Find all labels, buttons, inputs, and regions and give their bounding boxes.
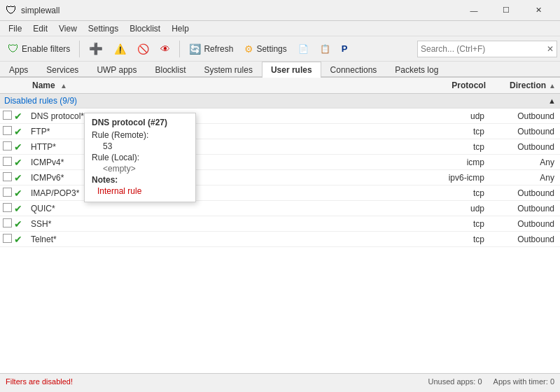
table-header: Name ▲ Protocol Direction ▲ xyxy=(0,78,560,94)
row-direction-8: Outbound xyxy=(490,234,560,244)
settings-button[interactable]: ⚙ Settings xyxy=(239,39,291,59)
row-status-icon-2: ✔ xyxy=(14,141,28,153)
row-checkbox-6[interactable] xyxy=(0,203,14,214)
tooltip-popup: DNS protocol (#27) Rule (Remote): 53 Rul… xyxy=(84,113,196,202)
status-bar: Filters are disabled! Unused apps: 0 App… xyxy=(0,373,560,388)
row-status-icon-0: ✔ xyxy=(14,111,28,122)
main-content: Name ▲ Protocol Direction ▲ Disabled rul… xyxy=(0,78,560,373)
minimize-button[interactable]: — xyxy=(458,0,490,21)
row-checkbox-2[interactable] xyxy=(0,141,14,153)
search-box[interactable]: ✕ xyxy=(417,41,557,57)
enable-filters-button[interactable]: 🛡 Enable filters xyxy=(3,39,75,59)
tooltip-rule-local-value: <empty> xyxy=(103,164,136,174)
paypal-button[interactable]: P xyxy=(337,39,353,59)
tooltip-notes-value: Internal rule xyxy=(97,186,141,196)
tab-system-rules[interactable]: System rules xyxy=(195,62,262,78)
paste-button[interactable]: 📋 xyxy=(315,39,335,59)
row-protocol-7: tcp xyxy=(427,219,490,229)
tab-services[interactable]: Services xyxy=(37,62,88,78)
table-container: Name ▲ Protocol Direction ▲ Disabled rul… xyxy=(0,78,560,373)
sort-arrow-direction: ▲ xyxy=(549,82,556,90)
row-status-icon-8: ✔ xyxy=(14,234,28,245)
col-direction-header[interactable]: Direction ▲ xyxy=(490,78,560,93)
search-clear-icon[interactable]: ✕ xyxy=(547,44,554,54)
row-direction-2: Outbound xyxy=(490,142,560,152)
row-checkbox-8[interactable] xyxy=(0,234,14,245)
add-rule-button[interactable]: ➕ xyxy=(84,39,108,59)
refresh-label: Refresh xyxy=(204,44,233,54)
row-checkbox-3[interactable] xyxy=(0,157,14,168)
row-checkbox-0[interactable] xyxy=(0,111,14,122)
row-direction-5: Outbound xyxy=(490,188,560,198)
tab-bar: Apps Services UWP apps Blocklist System … xyxy=(0,62,560,78)
tab-blocklist[interactable]: Blocklist xyxy=(146,62,195,78)
separator-1 xyxy=(79,41,80,57)
tooltip-rule-local: Rule (Local): xyxy=(92,153,188,162)
row-status-icon-3: ✔ xyxy=(14,157,28,168)
tooltip-title: DNS protocol (#27) xyxy=(92,118,188,127)
tab-user-rules[interactable]: User rules xyxy=(262,62,321,78)
copy-button[interactable]: 📄 xyxy=(293,39,314,59)
paste-icon: 📋 xyxy=(320,44,330,54)
row-protocol-0: udp xyxy=(427,111,490,121)
menu-blocklist[interactable]: Blocklist xyxy=(124,22,166,35)
row-protocol-3: icmp xyxy=(427,158,490,167)
tooltip-rule-local-value-row: <empty> xyxy=(92,164,188,174)
row-checkbox-7[interactable] xyxy=(0,218,14,230)
block-icon: 🚫 xyxy=(137,43,149,55)
tab-uwp-apps[interactable]: UWP apps xyxy=(88,62,146,78)
toolbar: 🛡 Enable filters ➕ ⚠️ 🚫 👁 🔄 Refresh ⚙ Se… xyxy=(0,36,560,62)
row-checkbox-1[interactable] xyxy=(0,126,14,137)
refresh-button[interactable]: 🔄 Refresh xyxy=(184,39,238,59)
refresh-icon: 🔄 xyxy=(189,43,201,55)
add-icon: ➕ xyxy=(89,42,103,55)
tooltip-notes-label: Notes: xyxy=(92,175,118,185)
menu-bar: File Edit View Settings Blocklist Help xyxy=(0,21,560,36)
close-button[interactable]: ✕ xyxy=(522,0,554,21)
search-input[interactable] xyxy=(421,44,547,54)
tooltip-rule-remote: Rule (Remote): xyxy=(92,130,188,140)
enable-filters-label: Enable filters xyxy=(22,44,70,54)
row-protocol-4: ipv6-icmp xyxy=(427,173,490,183)
row-status-icon-7: ✔ xyxy=(14,218,28,230)
maximize-button[interactable]: ☐ xyxy=(490,0,522,21)
shield-icon: 🛡 xyxy=(8,43,19,55)
warn-button[interactable]: ⚠️ xyxy=(109,39,131,59)
menu-edit[interactable]: Edit xyxy=(27,22,53,35)
unused-apps-status: Unused apps: 0 xyxy=(428,377,482,386)
tooltip-rule-remote-value-row: 53 xyxy=(92,141,188,151)
group-collapse-arrow[interactable]: ▲ xyxy=(548,97,556,105)
row-status-icon-5: ✔ xyxy=(14,188,28,199)
row-protocol-2: tcp xyxy=(427,142,490,152)
row-protocol-5: tcp xyxy=(427,188,490,198)
tab-apps[interactable]: Apps xyxy=(0,62,37,78)
menu-file[interactable]: File xyxy=(3,22,27,35)
block-button[interactable]: 🚫 xyxy=(132,39,154,59)
row-checkbox-5[interactable] xyxy=(0,188,14,199)
row-name-8: Telnet* xyxy=(28,233,427,246)
tooltip-notes: Notes: xyxy=(92,175,188,185)
tab-packets-log[interactable]: Packets log xyxy=(386,62,447,78)
row-direction-6: Outbound xyxy=(490,204,560,214)
tab-connections[interactable]: Connections xyxy=(321,62,386,78)
tooltip-rule-remote-label: Rule (Remote): xyxy=(92,130,148,140)
row-status-icon-4: ✔ xyxy=(14,172,28,183)
menu-view[interactable]: View xyxy=(53,22,83,35)
group-header-disabled-rules[interactable]: Disabled rules (9/9) ▲ xyxy=(0,94,560,108)
paypal-icon: P xyxy=(342,43,348,54)
row-checkbox-4[interactable] xyxy=(0,172,14,183)
view-button[interactable]: 👁 xyxy=(155,39,175,59)
col-name-header[interactable]: Name ▲ xyxy=(28,78,427,93)
table-row: ✔ Telnet* tcp Outbound xyxy=(0,232,560,247)
menu-settings[interactable]: Settings xyxy=(83,22,124,35)
app-icon: 🛡 xyxy=(6,4,17,17)
tooltip-note-value-row: Internal rule xyxy=(92,186,188,196)
row-direction-4: Any xyxy=(490,173,560,183)
row-direction-7: Outbound xyxy=(490,219,560,229)
row-protocol-1: tcp xyxy=(427,127,490,136)
settings-label: Settings xyxy=(256,44,286,54)
row-direction-1: Outbound xyxy=(490,127,560,136)
menu-help[interactable]: Help xyxy=(166,22,195,35)
settings-icon: ⚙ xyxy=(244,43,253,55)
row-protocol-6: udp xyxy=(427,204,490,214)
